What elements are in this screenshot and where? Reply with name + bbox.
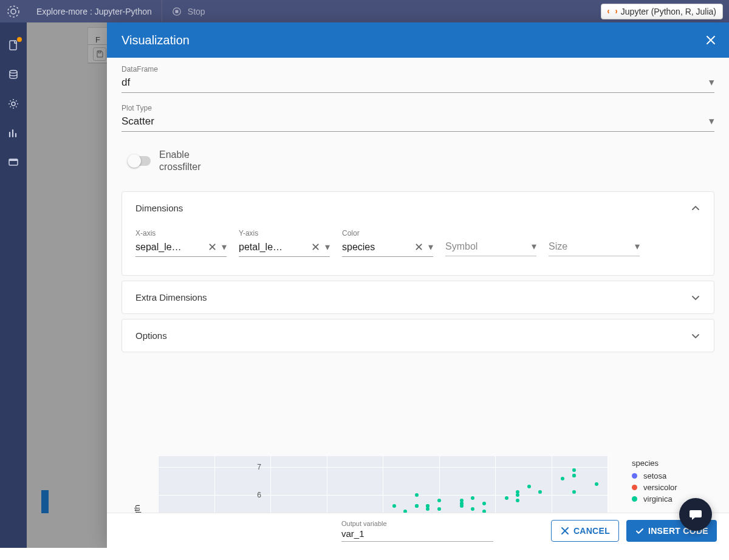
chart-y-label: petal_length bbox=[132, 505, 142, 513]
notification-badge bbox=[17, 37, 22, 42]
stop-icon bbox=[172, 7, 182, 16]
notebook-title[interactable]: Explore-more : Jupyter-Python bbox=[27, 0, 162, 22]
options-title: Options bbox=[135, 330, 167, 341]
app-logo[interactable] bbox=[0, 0, 27, 22]
legend-item[interactable]: setosa bbox=[632, 471, 677, 480]
dimensions-panel-title: Dimensions bbox=[135, 203, 183, 213]
chart-point bbox=[572, 474, 576, 477]
check-icon bbox=[635, 526, 645, 536]
chevron-up-icon bbox=[691, 203, 700, 213]
legend-label: versicolor bbox=[643, 483, 677, 492]
x-axis-field[interactable]: X-axis sepal_le… ✕ ▾ bbox=[135, 229, 227, 257]
svg-point-1 bbox=[11, 9, 16, 14]
chart-point bbox=[516, 499, 519, 502]
gear-icon bbox=[7, 98, 19, 110]
legend-label: setosa bbox=[643, 471, 666, 480]
options-panel-header[interactable]: Options bbox=[122, 319, 714, 352]
dataframe-field[interactable]: DataFrame df ▾ bbox=[122, 65, 714, 93]
color-label: Color bbox=[342, 229, 433, 237]
extra-dimensions-panel: Extra Dimensions bbox=[122, 281, 714, 314]
jupyter-icon bbox=[608, 9, 617, 15]
chart-point bbox=[572, 490, 576, 494]
chart-preview: petal_length species setosaversicolorvir… bbox=[122, 432, 714, 513]
chart-y-tick: 7 bbox=[257, 463, 261, 471]
chart-point bbox=[595, 482, 598, 486]
stop-button[interactable]: Stop bbox=[162, 0, 215, 22]
sidebar-item-visualizations[interactable] bbox=[7, 127, 19, 139]
dataframe-label: DataFrame bbox=[122, 65, 714, 73]
modal-title: Visualization bbox=[122, 33, 190, 47]
chevron-down-icon: ▾ bbox=[709, 115, 714, 128]
chart-point bbox=[572, 468, 576, 472]
plot-type-field[interactable]: Plot Type Scatter ▾ bbox=[122, 104, 714, 132]
chart-point bbox=[426, 507, 430, 511]
output-variable-input[interactable] bbox=[341, 527, 493, 542]
plot-type-value: Scatter bbox=[122, 115, 154, 128]
chevron-down-icon: ▾ bbox=[635, 241, 640, 252]
chart-point bbox=[437, 499, 441, 502]
legend-swatch bbox=[632, 485, 637, 490]
legend-title: species bbox=[632, 459, 677, 468]
size-field[interactable]: Size ▾ bbox=[549, 229, 640, 257]
chevron-down-icon: ▾ bbox=[532, 241, 536, 252]
close-button[interactable] bbox=[705, 34, 717, 46]
clear-color-button[interactable]: ✕ bbox=[412, 242, 426, 253]
legend-swatch bbox=[632, 473, 637, 479]
sidebar-item-data[interactable] bbox=[7, 69, 19, 81]
environment-tag[interactable]: Jupyter (Python, R, Julia) bbox=[601, 4, 723, 19]
output-variable-label: Output variable bbox=[341, 520, 493, 527]
sidebar-item-docs[interactable] bbox=[7, 156, 19, 168]
extra-dimensions-title: Extra Dimensions bbox=[135, 292, 207, 302]
legend-item[interactable]: versicolor bbox=[632, 483, 677, 492]
crossfilter-label: Enable crossfilter bbox=[159, 149, 220, 173]
chevron-down-icon: ▾ bbox=[428, 241, 433, 253]
modal-footer: Output variable CANCEL INSERT CODE bbox=[107, 513, 729, 548]
clear-y-button[interactable]: ✕ bbox=[309, 242, 323, 253]
chart-point bbox=[505, 496, 508, 500]
chart-point bbox=[538, 490, 542, 494]
extra-dimensions-panel-header[interactable]: Extra Dimensions bbox=[122, 281, 714, 313]
close-icon bbox=[560, 526, 570, 536]
chart-plot[interactable] bbox=[158, 456, 608, 513]
chevron-down-icon bbox=[691, 331, 700, 341]
cancel-label: CANCEL bbox=[573, 526, 610, 536]
y-axis-field[interactable]: Y-axis petal_le… ✕ ▾ bbox=[239, 229, 330, 257]
svg-rect-8 bbox=[9, 159, 18, 161]
chart-point bbox=[392, 504, 396, 508]
chart-point bbox=[527, 485, 531, 488]
color-value: species bbox=[342, 242, 409, 253]
chevron-down-icon: ▾ bbox=[222, 241, 227, 253]
chart-point bbox=[471, 496, 474, 500]
toggle-switch[interactable] bbox=[129, 156, 151, 166]
x-axis-value: sepal_le… bbox=[135, 242, 203, 253]
svg-point-5 bbox=[10, 70, 17, 73]
sidebar-item-notebook[interactable] bbox=[7, 39, 19, 52]
chevron-down-icon: ▾ bbox=[709, 76, 714, 89]
document-icon bbox=[7, 156, 19, 168]
svg-point-0 bbox=[8, 6, 19, 17]
dataframe-value: df bbox=[122, 77, 130, 89]
chart-point bbox=[415, 504, 419, 508]
chart-y-tick: 6 bbox=[257, 491, 261, 499]
symbol-field[interactable]: Symbol ▾ bbox=[445, 229, 536, 257]
crossfilter-toggle[interactable]: Enable crossfilter bbox=[129, 149, 714, 173]
chart-legend: species setosaversicolorvirginica bbox=[632, 459, 677, 506]
environment-tag-text: Jupyter (Python, R, Julia) bbox=[621, 7, 716, 16]
chart-point bbox=[415, 493, 419, 497]
topbar: Explore-more : Jupyter-Python Stop Jupyt… bbox=[0, 0, 729, 22]
clear-x-button[interactable]: ✕ bbox=[205, 242, 219, 253]
chat-fab[interactable] bbox=[679, 498, 712, 531]
dimensions-panel-header[interactable]: Dimensions bbox=[122, 192, 714, 224]
legend-item[interactable]: virginica bbox=[632, 494, 677, 504]
chart-point bbox=[437, 507, 441, 511]
bottom-strip bbox=[0, 548, 729, 560]
color-field[interactable]: Color species ✕ ▾ bbox=[342, 229, 433, 257]
stop-label: Stop bbox=[188, 7, 205, 16]
sidebar-item-settings[interactable] bbox=[7, 98, 19, 110]
chart-point bbox=[482, 502, 486, 505]
cancel-button[interactable]: CANCEL bbox=[551, 520, 619, 542]
output-variable-field[interactable]: Output variable bbox=[341, 520, 493, 542]
chart-icon bbox=[7, 127, 19, 139]
chart-point bbox=[460, 502, 464, 505]
notebook-title-text: Explore-more : Jupyter-Python bbox=[36, 7, 152, 16]
